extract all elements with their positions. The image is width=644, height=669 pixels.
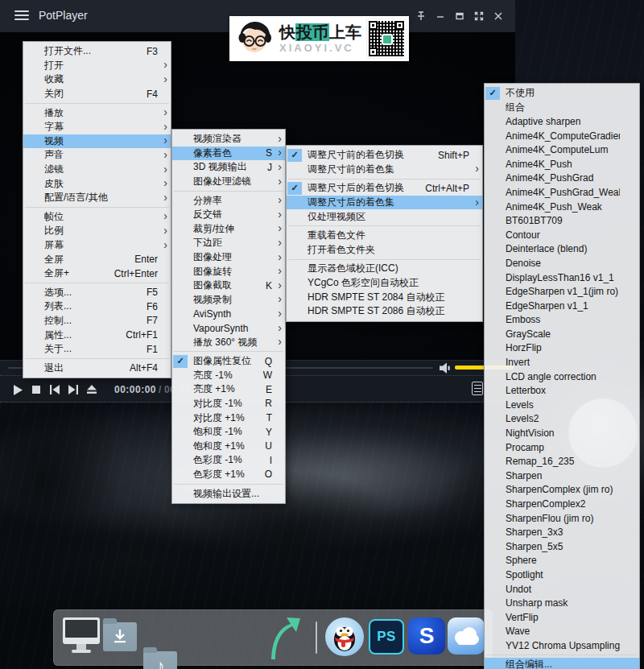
open-media-button[interactable]	[86, 384, 97, 395]
dock-computer-icon[interactable]	[63, 617, 100, 653]
menu-item[interactable]: ✓ 色彩度 -1% I ›	[172, 453, 285, 468]
menu-item[interactable]: ✓ 皮肤 ›	[23, 176, 171, 191]
menu-item[interactable]: ✓ Undot ›	[485, 582, 639, 597]
menu-item[interactable]: ✓ 声音 ›	[23, 148, 171, 163]
menu-item[interactable]: ✓ Denoise ›	[485, 256, 639, 270]
menu-item[interactable]: ✓ Unsharp mask ›	[485, 596, 639, 610]
menu-item[interactable]: ✓ Contour ›	[485, 228, 639, 242]
menu-item[interactable]: ✓ 对比度 +1% T ›	[172, 411, 285, 425]
close-button[interactable]	[489, 0, 508, 32]
menu-item[interactable]: ✓ SharpenFlou (jim ro) ›	[485, 511, 639, 526]
dock-music-folder-icon[interactable]: ♪	[143, 651, 177, 669]
menu-item[interactable]: ✓ DisplayLessThan16 v1_1 ›	[485, 270, 639, 285]
menu-item[interactable]: ✓ AviSynth ›	[172, 307, 285, 321]
menu-item[interactable]: ✓ Remap_16_235 ›	[485, 454, 639, 469]
menu-item[interactable]: ✓ 关于... F1 ›	[23, 342, 171, 357]
menu-item[interactable]: ✓ 收藏 ›	[23, 72, 171, 87]
menu-item[interactable]: ✓ HorzFlip ›	[485, 341, 639, 356]
menu-item[interactable]: ✓ VertFlip ›	[485, 610, 639, 625]
menu-item[interactable]: ✓ 反交错 ›	[172, 208, 285, 222]
menu-item[interactable]: ✓ 全屏+ Ctrl+Enter ›	[23, 266, 171, 281]
dock-skype-icon[interactable]: S	[408, 617, 445, 655]
menu-item[interactable]: ✓ LCD angle correction ›	[485, 370, 639, 384]
menu-item[interactable]: ✓ 色彩度 +1% O ›	[172, 468, 285, 482]
menu-item[interactable]: ✓ 重载着色文件 ›	[287, 229, 482, 243]
next-button[interactable]	[68, 384, 79, 395]
menu-item[interactable]: ✓ 调整尺寸后的着色集 ›	[287, 196, 482, 210]
menu-item[interactable]: ✓ 饱和度 +1% U ›	[172, 439, 285, 453]
menu-item[interactable]: ✓ SharpenComplex (jim ro) ›	[485, 483, 639, 498]
menu-item[interactable]: ✓ Wave ›	[485, 625, 639, 639]
menu-item[interactable]: ✓ Anime4K_Push_Weak ›	[485, 200, 639, 214]
menu-item[interactable]: ✓ 不使用 ›	[485, 86, 639, 101]
menu-item[interactable]: ✓ 关闭 F4 ›	[23, 87, 171, 101]
menu-item[interactable]: ✓ Procamp ›	[485, 440, 639, 455]
menu-item[interactable]: ✓ Letterbox ›	[485, 383, 639, 398]
menu-item[interactable]: ✓ 全屏 Enter ›	[23, 252, 171, 266]
menu-item[interactable]: ✓ BT601BT709 ›	[485, 213, 639, 228]
menu-item[interactable]: ✓ EdgeSharpen v1_1(jim ro) ›	[485, 284, 639, 299]
menu-item[interactable]: ✓ Spotlight ›	[485, 568, 639, 582]
menu-item[interactable]: ✓ 组合 ›	[485, 101, 639, 115]
menu-item[interactable]: ✓ 分辨率 ›	[172, 193, 285, 208]
menu-item[interactable]: ✓ 滤镜 ›	[23, 163, 171, 177]
menu-item[interactable]: ✓ Adaptive sharpen ›	[485, 114, 639, 129]
menu-item[interactable]: ✓ Sharpen_3x3 ›	[485, 525, 639, 539]
menu-item[interactable]: ✓ 配置/语言/其他 ›	[23, 191, 171, 205]
menu-item[interactable]: ✓ 图像处理 ›	[172, 250, 285, 265]
menu-item[interactable]: ✓ 字幕 ›	[23, 120, 171, 134]
menu-item[interactable]: ✓ 屏幕 ›	[23, 238, 171, 253]
menu-item[interactable]: ✓ YV12 Chroma Upsampling ›	[485, 638, 639, 653]
menu-item[interactable]: ✓ 退出 Alt+F4 ›	[23, 361, 171, 375]
menu-item[interactable]: ✓ 打开着色文件夹 ›	[287, 243, 482, 258]
menu-item[interactable]: ✓ 仅处理视频区 ›	[287, 209, 482, 224]
menu-item[interactable]: ✓ Anime4K_Push ›	[485, 157, 639, 171]
menu-item[interactable]: ✓ YCgCo 色彩空间自动校正 ›	[287, 276, 482, 291]
menu-item[interactable]: ✓ 下边距 ›	[172, 236, 285, 250]
menu-item[interactable]: ✓ HDR SMPTE ST 2084 自动校正 ›	[287, 290, 482, 304]
menu-item[interactable]: ✓ 组合编辑... ›	[485, 658, 639, 669]
play-button[interactable]	[12, 384, 23, 395]
menu-item[interactable]: ✓ 亮度 -1% W ›	[172, 369, 285, 383]
dock-cloud-icon[interactable]	[448, 617, 485, 655]
menu-item[interactable]: ✓ Levels2 ›	[485, 412, 639, 427]
menu-item[interactable]: ✓ Sharpen ›	[485, 469, 639, 483]
menu-item[interactable]: ✓ Anime4K_PushGrad ›	[485, 171, 639, 186]
menu-item[interactable]: ✓ 视频输出设置... ›	[172, 486, 285, 501]
stop-button[interactable]	[31, 384, 42, 395]
menu-item[interactable]: ✓ 调整尺寸后的着色切换 Ctrl+Alt+P ›	[287, 181, 482, 196]
menu-item[interactable]: ✓ 比例 ›	[23, 224, 171, 238]
menu-item[interactable]: ✓ 调整尺寸前的着色切换 Shift+P ›	[287, 148, 482, 163]
menu-item[interactable]: ✓ Anime4K_PushGrad_Weak ›	[485, 185, 639, 200]
menu-item[interactable]: ✓ 3D 视频输出 J ›	[172, 160, 285, 175]
menu-item[interactable]: ✓ 对比度 -1% R ›	[172, 397, 285, 411]
menu-item[interactable]: ✓ 视频录制 ›	[172, 293, 285, 308]
maximize-button[interactable]	[450, 0, 469, 32]
menu-item[interactable]: ✓ Levels ›	[485, 398, 639, 412]
menu-item[interactable]: ✓ SharpenComplex2 ›	[485, 497, 639, 511]
menu-item[interactable]: ✓ Deinterlace (blend) ›	[485, 242, 639, 257]
dock-qq-icon[interactable]	[325, 617, 364, 656]
menu-item[interactable]: ✓ 视频渲染器 ›	[172, 132, 285, 147]
menu-item[interactable]: ✓ 视频 ›	[23, 134, 171, 149]
minimize-button[interactable]	[431, 0, 450, 32]
menu-item[interactable]: ✓ 帧位 ›	[23, 210, 171, 225]
menu-item[interactable]: ✓ Anime4K_ComputeGradient ›	[485, 129, 639, 143]
menu-item[interactable]: ✓ 亮度 +1% E ›	[172, 382, 285, 397]
dock-downloads-folder-icon[interactable]	[103, 622, 137, 651]
menu-item[interactable]: ✓ 调整尺寸前的着色集 ›	[287, 163, 482, 177]
menu-item[interactable]: ✓ NightVision ›	[485, 426, 639, 440]
menu-item[interactable]: ✓ 控制... F7 ›	[23, 314, 171, 328]
menu-item[interactable]: ✓ 图像属性复位 Q ›	[172, 354, 285, 369]
menu-item[interactable]: ✓ Emboss ›	[485, 313, 639, 328]
menu-item[interactable]: ✓ HDR SMPTE ST 2086 自动校正 ›	[287, 304, 482, 319]
menu-item[interactable]: ✓ 饱和度 -1% Y ›	[172, 425, 285, 440]
menu-item[interactable]: ✓ 打开文件... F3 ›	[23, 44, 171, 59]
menu-item[interactable]: ✓ VapourSynth ›	[172, 321, 285, 336]
menu-item[interactable]: ✓ 显示器色域校正(ICC) ›	[287, 262, 482, 276]
menu-item[interactable]: ✓ Sharpen_5x5 ›	[485, 539, 639, 554]
dock-shortcut-arrow[interactable]	[268, 614, 300, 664]
menu-item[interactable]: ✓ 列表... F6 ›	[23, 299, 171, 314]
menu-item[interactable]: ✓ GrayScale ›	[485, 327, 639, 341]
pin-button[interactable]	[411, 0, 431, 32]
